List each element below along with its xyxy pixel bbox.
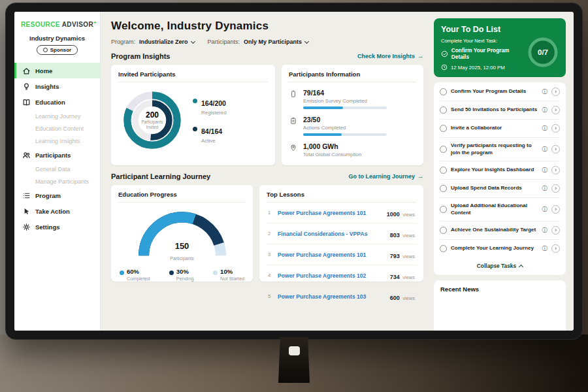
sidebar-item-education-content[interactable]: Education Content <box>14 122 100 135</box>
chevron-right-icon[interactable]: › <box>551 226 560 235</box>
legend-item: 164/200 Registered <box>193 97 227 116</box>
lesson-link[interactable]: Power Purchase Agreements 102 <box>278 272 385 279</box>
brand-resource: RESOURCE <box>21 21 60 28</box>
invited-participants-card: Invited Participants 200 <box>111 65 275 165</box>
checkbox-icon[interactable] <box>440 245 447 252</box>
lesson-link[interactable]: Power Purchase Agreements 101 <box>278 210 382 216</box>
book-icon <box>22 98 31 106</box>
legend-dot <box>193 99 197 103</box>
photo-background: RESOURCE ADVISOR+ Industry Dynamics Spon… <box>0 0 588 392</box>
sidebar-item-label: Program <box>35 192 61 199</box>
sidebar-item-insights[interactable]: Insights <box>14 78 100 94</box>
lightbulb-icon <box>22 82 31 91</box>
location-pin-icon <box>289 142 298 160</box>
program-select[interactable]: Industrialize Zero <box>139 39 195 45</box>
todo-column: Your To Do List Complete Your Next Task:… <box>431 12 574 331</box>
legend-item: 10% Not Started <box>213 268 244 282</box>
checkbox-icon[interactable] <box>440 146 447 153</box>
lesson-link[interactable]: Financial Considerations - VPPAs <box>278 231 385 237</box>
sidebar-item-home[interactable]: Home <box>14 63 100 78</box>
sidebar: RESOURCE ADVISOR+ Industry Dynamics Spon… <box>14 12 101 331</box>
info-icon[interactable]: ⓘ <box>542 146 548 154</box>
todo-task-row[interactable]: Upload Spend Data Records ⓘ › <box>440 180 560 198</box>
todo-task-row[interactable]: Explore Your Insights Dashboard ⓘ › <box>440 161 560 180</box>
checkbox-icon[interactable] <box>440 167 447 174</box>
learning-cards-row: Education Progress 150 Participants <box>111 185 423 282</box>
section-title: Program Insights <box>111 52 170 60</box>
go-to-learning-journey-link[interactable]: Go to Learning Journey → <box>348 173 423 180</box>
todo-task-row[interactable]: Verify participants requesting to join t… <box>440 138 560 161</box>
lesson-link[interactable]: Power Purchase Agreements 101 <box>278 252 385 258</box>
checkbox-icon[interactable] <box>440 206 447 213</box>
info-icon[interactable]: ⓘ <box>542 227 548 235</box>
sponsor-badge[interactable]: Sponsor <box>37 45 78 55</box>
sidebar-item-label: Take Action <box>35 208 70 215</box>
recent-news-title: Recent News <box>440 286 479 293</box>
todo-task-row[interactable]: Invite a Collaborator ⓘ › <box>440 120 560 138</box>
program-insights-header: Program Insights Check More Insights → <box>111 52 423 60</box>
sidebar-item-label: Participants <box>35 152 71 159</box>
chevron-down-icon <box>304 39 309 43</box>
clock-icon <box>441 64 448 71</box>
info-icon[interactable]: ⓘ <box>542 88 548 96</box>
chevron-right-icon[interactable]: › <box>551 88 560 96</box>
lesson-row: 4 Power Purchase Agreements 102 734 view… <box>267 265 416 286</box>
sidebar-item-take-action[interactable]: Take Action <box>14 203 100 219</box>
checkbox-icon[interactable] <box>440 88 447 95</box>
todo-task-row[interactable]: Upload Additional Educational Content ⓘ … <box>440 198 560 221</box>
checkbox-icon[interactable] <box>440 227 447 234</box>
sidebar-item-learning-journey[interactable]: Learning Journey <box>14 110 100 122</box>
chevron-right-icon[interactable]: › <box>551 106 560 114</box>
chevron-right-icon[interactable]: › <box>551 184 560 193</box>
check-more-insights-link[interactable]: Check More Insights → <box>357 53 423 59</box>
todo-title: Your To Do List <box>441 25 559 34</box>
lesson-row: 3 Power Purchase Agreements 101 793 view… <box>267 244 416 265</box>
info-row: 79/164 Emission Survey Completed <box>289 89 416 109</box>
todo-task-row[interactable]: Confirm Your Program Details ⓘ › <box>440 83 560 101</box>
todo-task-row[interactable]: Complete Your Learning Journey ⓘ › <box>440 240 560 257</box>
lesson-link[interactable]: Power Purchase Agreements 103 <box>278 293 385 300</box>
info-icon[interactable]: ⓘ <box>542 185 548 193</box>
sidebar-nav: Home Insights Education <box>14 63 100 235</box>
chevron-right-icon[interactable]: › <box>551 166 560 174</box>
brand-advisor: ADVISOR <box>62 21 93 28</box>
todo-task-row[interactable]: Send 50 Invitations to Participants ⓘ › <box>440 101 560 120</box>
card-title: Top Lessons <box>267 191 416 203</box>
participants-select[interactable]: Only My Participants <box>244 39 308 45</box>
sidebar-item-program[interactable]: Program <box>14 188 100 203</box>
sidebar-item-settings[interactable]: Settings <box>14 219 100 235</box>
main-content: Welcome, Industry Dynamics Program: Indu… <box>101 12 431 331</box>
checkbox-icon[interactable] <box>440 106 447 114</box>
sidebar-item-general-data[interactable]: General Data <box>14 163 100 175</box>
checkbox-icon[interactable] <box>440 185 447 192</box>
learning-journey-header: Participant Learning Journey Go to Learn… <box>111 172 423 180</box>
education-gauge-chart: 150 Participants <box>133 205 231 264</box>
program-filter-label: Program: <box>111 39 135 45</box>
info-icon[interactable]: ⓘ <box>542 106 548 114</box>
participants-information-card: Participants Information 79/164 Emission… <box>282 65 423 165</box>
chevron-right-icon[interactable]: › <box>551 205 560 214</box>
sidebar-item-participants[interactable]: Participants <box>14 147 100 163</box>
todo-summary-panel: Your To Do List Complete Your Next Task:… <box>434 18 566 77</box>
sidebar-item-learning-insights[interactable]: Learning Insights <box>14 135 100 147</box>
chevron-right-icon[interactable]: › <box>551 244 560 253</box>
info-icon[interactable]: ⓘ <box>542 167 548 174</box>
recent-news-panel: Recent News <box>434 280 566 331</box>
info-icon[interactable]: ⓘ <box>542 245 548 253</box>
checkbox-icon[interactable] <box>440 125 447 132</box>
sidebar-item-label: Learning Journey <box>35 113 81 120</box>
chevron-down-icon <box>190 39 195 43</box>
survey-icon <box>289 89 298 109</box>
invited-donut-chart: 200 Participants Invited <box>118 86 186 154</box>
top-lessons-card: Top Lessons 1 Power Purchase Agreements … <box>259 185 423 282</box>
info-icon[interactable]: ⓘ <box>542 206 548 214</box>
sponsor-label: Sponsor <box>50 47 71 53</box>
todo-task-row[interactable]: Achieve One Sustainability Target ⓘ › <box>440 221 560 240</box>
todo-next-task[interactable]: Confirm Your Program Details <box>441 47 527 60</box>
sidebar-item-education[interactable]: Education <box>14 94 100 110</box>
chevron-right-icon[interactable]: › <box>551 145 560 154</box>
sidebar-item-manage-participants[interactable]: Manage Participants <box>14 175 100 188</box>
info-icon[interactable]: ⓘ <box>542 125 548 133</box>
collapse-tasks-button[interactable]: Collapse Tasks <box>440 257 560 274</box>
chevron-right-icon[interactable]: › <box>551 124 560 133</box>
